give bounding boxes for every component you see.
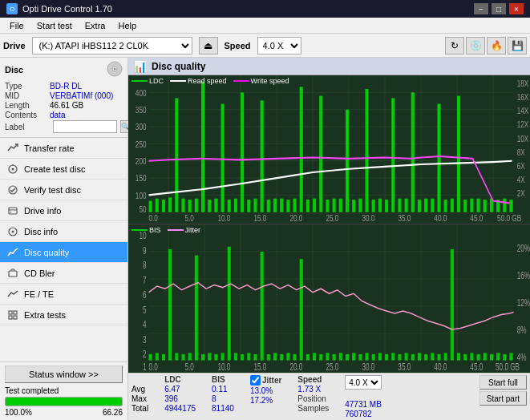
svg-rect-146 [228, 247, 231, 361]
drive-select[interactable]: (K:) ATAPI iHBS112 2 CL0K [32, 37, 192, 55]
speed-select-stats[interactable]: 4.0 X [345, 375, 382, 390]
eject-button[interactable]: ⏏ [199, 37, 218, 55]
svg-text:100: 100 [136, 190, 147, 200]
svg-rect-180 [451, 249, 454, 361]
svg-point-11 [12, 230, 14, 232]
menu-help[interactable]: Help [111, 20, 143, 31]
stats-bis: BIS 0.11 8 81140 [212, 375, 234, 413]
start-part-button[interactable]: Start part [479, 391, 527, 406]
svg-rect-119 [128, 224, 530, 373]
svg-rect-76 [418, 200, 421, 212]
title-bar: O Opti Drive Control 1.70 − □ × [0, 0, 530, 18]
stats-header-spacer [131, 375, 148, 384]
menu-extra[interactable]: Extra [79, 20, 112, 31]
svg-rect-139 [181, 354, 184, 361]
svg-text:20.0: 20.0 [289, 361, 302, 372]
svg-rect-80 [444, 200, 447, 212]
svg-rect-167 [365, 353, 368, 360]
svg-rect-176 [424, 354, 427, 361]
svg-rect-74 [405, 199, 408, 212]
svg-text:8%: 8% [517, 325, 527, 335]
svg-rect-71 [385, 200, 388, 212]
drive-info-icon [6, 204, 19, 217]
main-area: Disc Type BD-R DL MID VERBATIMf (000) [0, 58, 530, 420]
svg-point-4 [12, 168, 14, 170]
svg-rect-143 [208, 353, 211, 360]
menu-bar: File Start test Extra Help [0, 18, 530, 34]
save-button[interactable]: 💾 [508, 37, 527, 55]
ldc-header: LDC [164, 375, 196, 384]
content-area: 📊 Disc quality LDC Read speed [128, 58, 530, 420]
svg-text:18X: 18X [517, 79, 529, 89]
svg-rect-16 [14, 316, 17, 319]
maximize-button[interactable]: □ [492, 3, 506, 14]
svg-text:5.0: 5.0 [185, 213, 195, 224]
svg-text:2: 2 [143, 349, 147, 360]
svg-text:4: 4 [143, 320, 147, 330]
sidebar-item-disc-info-label: Disc info [24, 227, 58, 236]
max-speed-val: 47731 MB [345, 400, 382, 409]
speed-select[interactable]: 4.0 X [257, 37, 301, 55]
sidebar-item-transfer-rate[interactable]: Transfer rate [0, 138, 127, 159]
svg-rect-54 [273, 199, 277, 212]
sidebar-item-disc-quality[interactable]: Disc quality [0, 242, 127, 263]
svg-rect-55 [280, 199, 283, 212]
svg-rect-15 [9, 316, 12, 319]
mid-label: MID [5, 91, 50, 100]
status-window-button[interactable]: Status window >> [5, 365, 123, 383]
disc-button[interactable]: 💿 [466, 37, 485, 55]
score: 66.26 [103, 408, 123, 417]
svg-rect-184 [477, 354, 480, 361]
speed-header: Speed [297, 375, 329, 384]
svg-text:4X: 4X [517, 174, 525, 184]
svg-rect-14 [14, 311, 17, 314]
svg-rect-164 [346, 354, 349, 361]
svg-text:30.0: 30.0 [362, 361, 374, 372]
svg-rect-48 [234, 199, 237, 212]
sidebar-item-verify-test-disc[interactable]: Verify test disc [0, 180, 127, 200]
svg-rect-82 [457, 96, 460, 212]
svg-rect-181 [457, 353, 460, 360]
total-ldc: 4944175 [164, 404, 196, 413]
svg-rect-63 [333, 199, 336, 212]
stats-bar: Avg Max Total LDC 6.47 396 4944175 BIS 0… [128, 373, 530, 420]
sidebar-item-fe-te[interactable]: FE / TE [0, 284, 127, 305]
create-test-disc-icon [6, 163, 19, 176]
sidebar-item-disc-info[interactable]: Disc info [0, 221, 127, 242]
menu-start-test[interactable]: Start test [30, 20, 79, 31]
avg-label: Avg [131, 385, 148, 394]
svg-rect-155 [286, 353, 289, 360]
menu-file[interactable]: File [3, 20, 30, 31]
label-input[interactable] [53, 120, 117, 133]
start-full-button[interactable]: Start full [479, 375, 527, 390]
svg-point-9 [10, 212, 12, 213]
svg-rect-41 [188, 200, 192, 212]
sidebar-item-create-test-disc[interactable]: Create test disc [0, 159, 127, 180]
refresh-button[interactable]: ↻ [445, 37, 464, 55]
svg-rect-45 [214, 199, 217, 212]
svg-rect-141 [195, 256, 198, 361]
close-button[interactable]: × [509, 3, 524, 14]
transfer-rate-icon [6, 142, 19, 155]
svg-rect-53 [267, 200, 270, 212]
svg-rect-187 [496, 353, 500, 360]
svg-text:3: 3 [143, 334, 147, 345]
svg-rect-185 [483, 353, 487, 360]
max-label: Max [131, 394, 148, 403]
sidebar-item-drive-info[interactable]: Drive info [0, 200, 127, 221]
jitter-checkbox[interactable] [250, 375, 261, 386]
svg-rect-135 [156, 353, 159, 360]
svg-rect-72 [391, 98, 394, 212]
svg-rect-61 [319, 96, 322, 212]
svg-text:10.0: 10.0 [217, 213, 230, 224]
avg-ldc: 6.47 [164, 385, 196, 394]
legend-jitter-label: Jitter [185, 226, 201, 234]
svg-rect-160 [319, 354, 322, 361]
svg-rect-86 [483, 200, 487, 212]
sidebar-item-extra-tests[interactable]: Extra tests [0, 305, 127, 325]
burn-button[interactable]: 🔥 [487, 37, 506, 55]
sidebar-item-extra-tests-label: Extra tests [24, 310, 66, 320]
minimize-button[interactable]: − [474, 3, 488, 14]
sidebar-item-cd-bler[interactable]: CD Bler [0, 263, 127, 284]
length-label: Length [5, 101, 50, 110]
